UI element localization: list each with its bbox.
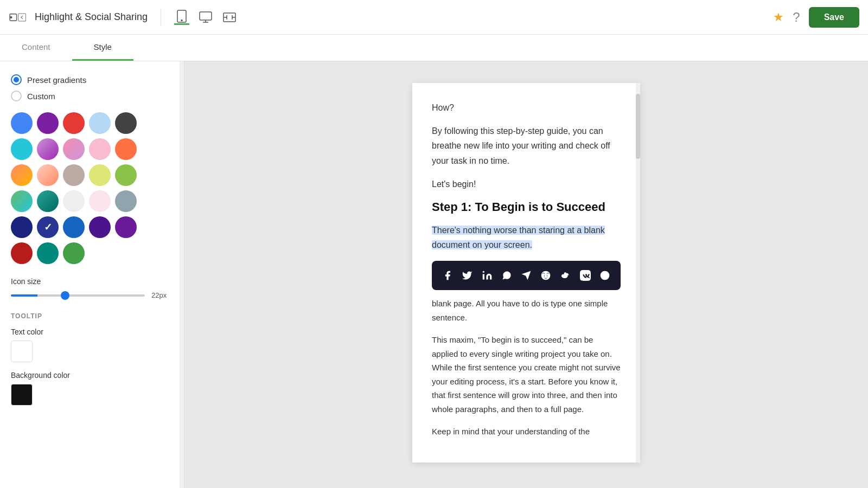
svg-point-4 — [181, 20, 182, 21]
swatch-red[interactable] — [63, 112, 85, 134]
social-toolbar — [432, 261, 621, 290]
tooltip-section-label: TOOLTIP — [11, 312, 173, 320]
telegram-share-button[interactable] — [518, 265, 534, 286]
help-icon[interactable]: ? — [793, 10, 800, 25]
swatch-bright-green[interactable] — [63, 242, 85, 264]
back-button[interactable] — [9, 9, 26, 26]
radio-custom-label: Custom — [27, 92, 55, 101]
doc-highlighted-para: There's nothing worse than staring at a … — [432, 223, 621, 252]
swatch-lime[interactable] — [115, 164, 137, 186]
icon-size-label: Icon size — [11, 277, 173, 286]
topbar-divider — [161, 9, 161, 26]
swatch-teal-dark[interactable] — [37, 190, 59, 212]
swatch-tan[interactable] — [63, 164, 85, 186]
stretch-icon[interactable] — [222, 10, 237, 25]
doc-scrollbar-thumb — [636, 94, 640, 159]
swatch-violet[interactable] — [89, 216, 111, 238]
swatch-cyan[interactable] — [11, 138, 33, 160]
doc-para3: Let's begin! — [432, 177, 621, 191]
svg-rect-2 — [18, 14, 25, 21]
swatch-navy[interactable] — [11, 216, 33, 238]
doc-para2: By following this step-by-step guide, yo… — [432, 124, 621, 168]
swatch-yellow-green[interactable] — [89, 164, 111, 186]
mobile-icon[interactable] — [174, 10, 189, 25]
tabs-bar: Content Style — [0, 35, 868, 61]
swatch-orange[interactable] — [115, 138, 137, 160]
vk-share-button[interactable] — [577, 265, 593, 286]
doc-para5: This maxim, "To begin is to succeed," ca… — [432, 333, 621, 416]
doc-heading1: Step 1: To Begin is to Succeed — [432, 200, 621, 214]
swatch-gray-light[interactable] — [63, 190, 85, 212]
svg-point-20 — [606, 275, 607, 276]
swatch-green-teal[interactable] — [11, 190, 33, 212]
swatch-pink-purple[interactable] — [37, 138, 59, 160]
swatch-orange-yellow[interactable] — [11, 164, 33, 186]
swatches-grid — [11, 112, 173, 264]
device-icons — [174, 10, 237, 25]
swatch-emerald[interactable] — [37, 242, 59, 264]
doc-card: How? By following this step-by-step guid… — [412, 83, 640, 463]
svg-point-18 — [603, 275, 604, 276]
tooltip-section: TOOLTIP Text color Background color — [11, 312, 173, 406]
svg-point-11 — [482, 271, 484, 273]
doc-para1: How? — [432, 100, 621, 115]
swatch-lightblue[interactable] — [89, 112, 111, 134]
topbar: Highlight & Social Sharing — [0, 0, 868, 35]
preview-area: How? By following this step-by-step guid… — [184, 61, 868, 488]
icon-size-slider[interactable] — [11, 294, 145, 297]
swatch-purple[interactable] — [37, 112, 59, 134]
svg-marker-13 — [522, 271, 531, 280]
radio-custom[interactable]: Custom — [11, 91, 173, 101]
whatsapp-share-button[interactable] — [499, 265, 515, 286]
tab-style[interactable]: Style — [72, 35, 133, 61]
swatch-pink-light2[interactable] — [89, 190, 111, 212]
weibo-share-button[interactable] — [557, 265, 573, 286]
swatch-blue[interactable] — [11, 112, 33, 134]
swatch-dark-red[interactable] — [11, 242, 33, 264]
left-panel: Preset gradients Custom — [0, 61, 184, 488]
swatch-slate[interactable] — [115, 190, 137, 212]
doc-para4: blank page. All you have to do is type o… — [432, 297, 621, 324]
icon-size-value: 22px — [151, 291, 173, 299]
facebook-share-button[interactable] — [439, 265, 456, 286]
text-color-label: Text color — [11, 328, 173, 336]
swatch-dark-selected[interactable] — [37, 216, 59, 238]
swatch-peach-orange[interactable] — [37, 164, 59, 186]
star-icon[interactable]: ★ — [773, 10, 784, 24]
text-color-swatch[interactable] — [11, 341, 33, 362]
reddit-share-button[interactable] — [538, 265, 554, 286]
radio-preset[interactable]: Preset gradients — [11, 74, 173, 85]
more-share-button[interactable] — [597, 265, 613, 286]
svg-point-15 — [544, 275, 545, 277]
radio-custom-circle — [11, 91, 22, 101]
slider-row: 22px — [11, 291, 173, 299]
tab-content[interactable]: Content — [0, 35, 72, 61]
swatch-dark-purple[interactable] — [115, 216, 137, 238]
panel-scrollbar[interactable] — [180, 61, 184, 488]
doc-para6: Keep in mind that your understanding of … — [432, 425, 621, 439]
swatch-darkgray[interactable] — [115, 112, 137, 134]
highlighted-text: There's nothing worse than staring at a … — [432, 226, 605, 249]
svg-point-16 — [547, 275, 548, 277]
bg-color-label: Background color — [11, 371, 173, 380]
radio-group: Preset gradients Custom — [11, 74, 173, 101]
bg-color-swatch[interactable] — [11, 384, 33, 406]
topbar-right: ★ ? Save — [773, 7, 859, 28]
svg-point-19 — [604, 275, 605, 276]
twitter-share-button[interactable] — [459, 265, 475, 286]
doc-scrollbar[interactable] — [636, 83, 640, 463]
topbar-title: Highlight & Social Sharing — [35, 11, 148, 23]
swatch-navy2[interactable] — [63, 216, 85, 238]
main-layout: Preset gradients Custom — [0, 61, 868, 488]
svg-rect-5 — [200, 12, 212, 20]
swatch-pink-light[interactable] — [63, 138, 85, 160]
radio-preset-label: Preset gradients — [27, 75, 86, 85]
save-button[interactable]: Save — [809, 7, 859, 28]
desktop-icon[interactable] — [198, 10, 213, 25]
linkedin-share-button[interactable] — [478, 265, 495, 286]
radio-preset-circle — [11, 74, 22, 85]
swatch-peach[interactable] — [89, 138, 111, 160]
